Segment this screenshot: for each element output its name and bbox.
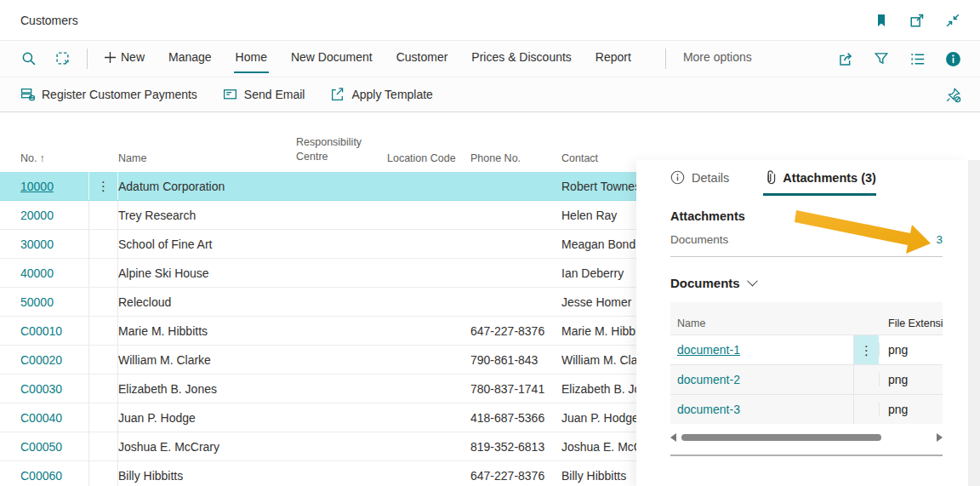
name-cell[interactable]: Elizabeth B. Jones (118, 382, 296, 396)
collapse-icon[interactable] (944, 12, 961, 29)
no-cell: C00040 (0, 403, 89, 432)
customer-no-link[interactable]: 30000 (20, 237, 54, 251)
customer-no-link[interactable]: C00040 (20, 411, 62, 425)
scroll-right-icon[interactable] (937, 433, 943, 442)
document-link[interactable]: document-2 (677, 373, 740, 386)
document-row[interactable]: document-2 png (670, 364, 943, 394)
name-cell[interactable]: School of Fine Art (118, 237, 296, 251)
column-header-location-code[interactable]: Location Code (387, 152, 470, 164)
menu-customer[interactable]: Customer (395, 44, 450, 73)
paperclip-icon (763, 170, 776, 185)
row-menu-cell (89, 346, 118, 374)
scrollbar-thumb[interactable] (681, 434, 881, 441)
row-menu-icon[interactable]: ⋮ (97, 180, 110, 192)
menu-home[interactable]: Home (234, 44, 269, 73)
no-cell: 10000 (0, 172, 89, 200)
more-options[interactable]: More options (681, 44, 754, 73)
customer-no-link[interactable]: 10000 (20, 180, 54, 193)
send-email-button[interactable]: Send Email (223, 87, 305, 102)
document-link[interactable]: document-1 (677, 343, 740, 357)
documents-count-link[interactable]: 3 (936, 233, 943, 246)
name-cell[interactable]: Joshua E. McCrary (118, 440, 296, 454)
apply-template-button[interactable]: Apply Template (330, 87, 432, 102)
phone-cell[interactable]: 418-687-5366 (470, 411, 561, 425)
doc-column-header-file-extension[interactable]: File Extension (879, 317, 943, 329)
customer-no-link[interactable]: C00030 (20, 382, 62, 396)
info-icon[interactable] (944, 50, 961, 67)
customer-no-link[interactable]: C00050 (20, 440, 62, 454)
analysis-mode-icon[interactable] (54, 50, 71, 67)
divider (665, 49, 666, 69)
sort-ascending-indicator: ↑ (39, 152, 44, 164)
documents-field-label: Documents (670, 233, 728, 246)
row-menu-cell (89, 230, 118, 258)
menu-prices-discounts[interactable]: Prices & Discounts (470, 44, 573, 73)
search-icon[interactable] (20, 50, 37, 67)
column-header-phone[interactable]: Phone No. (470, 152, 561, 164)
name-cell[interactable]: Marie M. Hibbitts (118, 324, 296, 338)
horizontal-scrollbar[interactable] (670, 431, 943, 444)
doc-ext-cell[interactable]: png (879, 403, 943, 416)
no-cell: 50000 (0, 288, 89, 316)
name-cell[interactable]: Alpine Ski House (118, 266, 296, 280)
tab-attachments[interactable]: Attachments (3) (763, 170, 876, 196)
factbox-panel: Details Attachments (3) Attachments Docu… (636, 160, 968, 486)
register-customer-payments-button[interactable]: Register Customer Payments (20, 87, 197, 102)
plus-icon (105, 52, 116, 63)
customer-no-link[interactable]: 40000 (20, 266, 54, 280)
name-cell[interactable]: Relecloud (118, 295, 296, 309)
name-cell[interactable]: Billy Hibbitts (118, 469, 296, 483)
share-icon[interactable] (837, 50, 854, 67)
page-title: Customers (20, 14, 78, 27)
phone-cell[interactable]: 647-227-8376 (470, 469, 561, 483)
bookmark-icon[interactable] (873, 12, 890, 29)
scroll-left-icon[interactable] (670, 433, 676, 442)
row-menu-cell (89, 403, 118, 432)
filter-icon[interactable] (873, 50, 890, 67)
choose-view-icon[interactable] (909, 50, 926, 67)
tab-details[interactable]: Details (670, 170, 729, 196)
phone-cell[interactable]: 780-837-1741 (470, 382, 561, 396)
phone-cell[interactable]: 790-861-843 (470, 353, 561, 367)
email-icon (223, 87, 238, 102)
phone-cell[interactable]: 647-227-8376 (470, 324, 561, 338)
document-row[interactable]: document-1 ⋮ png (670, 334, 943, 364)
doc-ext-cell[interactable]: png (879, 373, 943, 386)
attachments-heading: Attachments (670, 209, 943, 223)
promoted-actions-bar: Register Customer Payments Send Email Ap… (0, 77, 980, 112)
menu-manage[interactable]: Manage (167, 44, 214, 73)
phone-cell[interactable]: 819-352-6813 (470, 440, 561, 454)
doc-ext-cell[interactable]: png (879, 343, 943, 357)
doc-column-header-spacer (853, 312, 879, 334)
name-cell[interactable]: Trey Research (118, 209, 296, 222)
name-cell[interactable]: Adatum Corporation (118, 180, 296, 193)
row-menu-icon[interactable]: ⋮ (860, 344, 873, 357)
document-link[interactable]: document-3 (677, 403, 740, 416)
document-row[interactable]: document-3 png (670, 394, 943, 424)
no-cell: C00010 (0, 317, 89, 345)
documents-table-toolbar (670, 302, 943, 312)
name-cell[interactable]: William M. Clarke (118, 353, 296, 367)
doc-row-menu-cell (853, 395, 879, 424)
documents-section-header[interactable]: Documents (670, 276, 943, 290)
factbox-tabs: Details Attachments (3) (670, 170, 943, 196)
customer-no-link[interactable]: C00060 (20, 469, 62, 483)
open-in-new-window-icon[interactable] (909, 12, 926, 29)
unpin-icon[interactable] (944, 86, 961, 103)
column-header-no[interactable]: No.↑ (0, 152, 89, 164)
name-cell[interactable]: Juan P. Hodge (118, 411, 296, 425)
menu-new-document[interactable]: New Document (289, 44, 374, 73)
customer-no-link[interactable]: C00010 (20, 324, 62, 338)
row-menu-cell (89, 259, 118, 287)
no-cell: 40000 (0, 259, 89, 287)
customer-no-link[interactable]: C00020 (20, 353, 62, 367)
customer-no-link[interactable]: 50000 (20, 295, 54, 309)
menu-report[interactable]: Report (594, 44, 633, 73)
menu-new[interactable]: New (103, 44, 146, 73)
row-menu-cell (89, 201, 118, 229)
column-header-name[interactable]: Name (118, 152, 296, 164)
doc-column-header-name[interactable]: Name (670, 317, 853, 329)
column-header-responsibility-centre[interactable]: Responsibility Centre (296, 135, 387, 164)
doc-row-menu-cell: ⋮ (853, 335, 879, 364)
customer-no-link[interactable]: 20000 (20, 209, 54, 222)
